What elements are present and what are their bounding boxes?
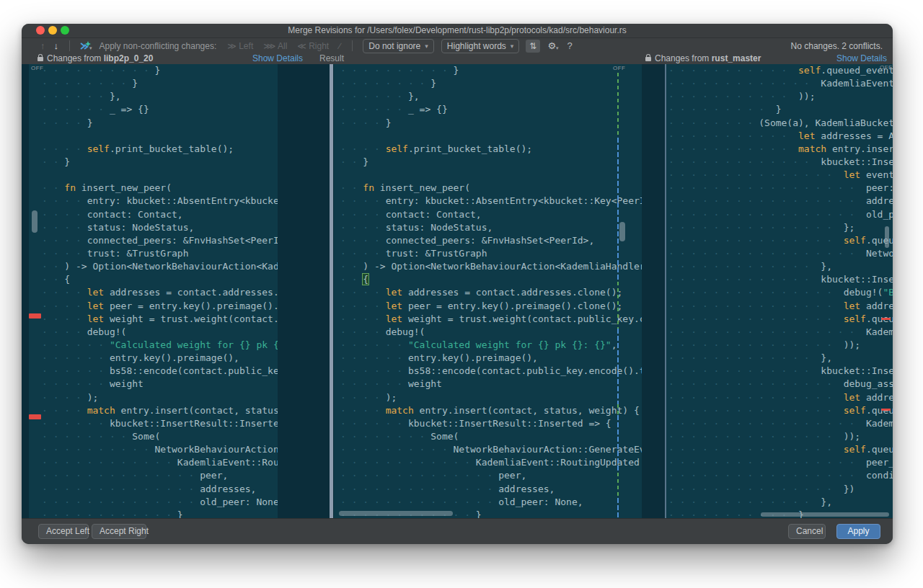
code-line: · · · · · · weight (340, 378, 642, 391)
merge-editor-area: · · · · · · · · · · }· · · · · · · · }· … (22, 64, 893, 518)
left-pane-title: Changes from libp2p_0_20 (37, 53, 153, 64)
conflict-status-text: No changes. 2 conflicts. (791, 41, 893, 51)
code-line: · · · · · · · · (Some(a), KademliaBucket… (668, 117, 893, 130)
right-code: · · · · · · · · · · · self.queued_events… (666, 64, 893, 518)
code-line: · · · · · · · · · · · · · · · }) (668, 483, 893, 496)
code-line: · · · · · · "Calculated weight for {} pk… (42, 339, 278, 352)
code-line: · · · · · · · · · · · self.queued_events… (668, 64, 893, 77)
code-line: · · · · · · · · · · · · · · · self.queue… (668, 443, 893, 456)
code-line: · · · · self.print_bucket_table(); (42, 143, 278, 156)
code-line: · · · · · · · · · · · · · }, (668, 496, 893, 509)
code-line: · · · · · · · · · · · )); (668, 90, 893, 103)
left-revision-editor[interactable]: · · · · · · · · · · }· · · · · · · · }· … (29, 64, 278, 518)
code-line: · · · · · · · · · · · · · · · · · Kademl… (668, 417, 893, 430)
code-line: · · · · · · · · · · · · · · · · · old_pe… (668, 208, 893, 221)
help-button[interactable]: ? (568, 40, 573, 51)
result-editor[interactable]: · · · · · · · · · · }· · · · · · · · }· … (334, 64, 642, 518)
collapse-unchanged-icon[interactable]: ⇅ (526, 40, 540, 53)
code-line: · · { (42, 273, 278, 286)
toolbar-separator (69, 40, 70, 51)
soft-wrap-indicator: OFF (613, 65, 626, 71)
code-line: · · } (340, 156, 642, 169)
code-line: · · · · · · · · · · · · · · addresses, (42, 483, 278, 496)
apply-left-action[interactable]: ≫ Left (227, 41, 253, 51)
window-title: Merge Revisions for /Users/folex/Develop… (22, 24, 893, 37)
code-line: · · · · · · · · · · · · } (42, 509, 278, 518)
code-line: · · · · · · · · · · } (340, 64, 642, 77)
code-line: · · · · · · · · · · · · · }, (668, 260, 893, 273)
code-line: · · · · · · · · Some( (340, 430, 642, 443)
code-line: · · · · · · · · · · · · · · · let addres… (668, 300, 893, 313)
settings-gear-icon[interactable]: ⚙ (547, 40, 558, 51)
code-line: · · · · · · · · · · · · · · peer, (42, 469, 278, 482)
code-line (340, 130, 642, 143)
previous-change-button[interactable]: ↑ (36, 40, 50, 51)
code-line: · · · · · · · · · · · · · · old_peer: No… (42, 496, 278, 509)
code-line: · · · · · · · · } (340, 77, 642, 90)
cancel-button[interactable]: Cancel (788, 524, 826, 539)
code-line: · · · · contact: Contact, (340, 208, 642, 221)
read-only-lock-icon (37, 57, 43, 61)
soft-wrap-indicator: OFF (880, 64, 893, 71)
code-line: · · · · · · · · · · · · · kbucket::Inser… (668, 365, 893, 378)
code-line: · · · · · · kbucket::InsertResult::Inser… (42, 417, 278, 430)
conflict-marker (29, 313, 41, 318)
code-line: · · · · self.print_bucket_table(); (340, 143, 642, 156)
code-line: · · · · · · entry.key().preimage(), (42, 352, 278, 365)
code-line: · · · · · · · · · · · · · kbucket::Inser… (668, 156, 893, 169)
change-strike-marker (881, 409, 891, 411)
pane-splitter[interactable] (330, 64, 333, 518)
code-line: · · { (340, 273, 642, 286)
code-line: · · · · · · bs58::encode(contact.public_… (42, 365, 278, 378)
code-line: · · · · · · bs58::encode(contact.public_… (340, 365, 642, 378)
code-line: · · · · · · · · · · · · · · · )); (668, 430, 893, 443)
apply-all-action[interactable]: ⋙ All (263, 41, 287, 51)
accept-left-button[interactable]: Accept Left (38, 524, 89, 539)
code-line: · · · · · · · · · · · · · · peer, (340, 469, 642, 482)
accept-right-button[interactable]: Accept Right (92, 524, 146, 539)
code-line: · · · · let addresses = contact.addresse… (340, 286, 642, 299)
right-show-details-link[interactable]: Show Details (836, 53, 887, 64)
code-line: · · · · · · kbucket::InsertResult::Inser… (340, 417, 642, 430)
code-line: · · · · · · · · · · · · · · · )); (668, 339, 893, 352)
code-line (42, 130, 278, 143)
code-line: · · · · entry: kbucket::AbsentEntry<kbuc… (42, 195, 278, 208)
code-line: · · · · · · · · · · · · · · · let addres… (668, 391, 893, 404)
highlight-mode-dropdown[interactable]: Highlight words (441, 39, 520, 53)
right-vertical-scrollbar-thumb[interactable] (885, 226, 889, 248)
code-line: · · · · trust: &TrustGraph (340, 247, 642, 260)
code-line: · · · · · · · · · · · · · · · debug_asse… (668, 378, 893, 391)
code-line: · · · · entry: kbucket::AbsentEntry<kbuc… (340, 195, 642, 208)
magic-resolve-icon[interactable]: ▾ (79, 41, 92, 51)
toolbar-separator (352, 40, 353, 51)
right-revision-editor[interactable]: · · · · · · · · · · · self.queued_events… (666, 64, 893, 518)
center-vertical-scrollbar-thumb[interactable] (619, 222, 625, 241)
code-line: · · · · debug!( (340, 326, 642, 339)
apply-right-action[interactable]: ≪ Right (297, 41, 329, 51)
code-line: · · · · · · · · · · · · · · · · · peer_i… (668, 456, 893, 469)
ignore-policy-dropdown[interactable]: Do not ignore (363, 39, 434, 53)
code-line: · · } (42, 156, 278, 169)
resolve-simple-conflicts-icon[interactable]: ∕ (339, 41, 340, 51)
code-line: · · · · · · · · · · · · · · · }; (668, 221, 893, 234)
conflict-marker (29, 414, 41, 419)
code-line: · · · · · · entry.key().preimage(), (340, 352, 642, 365)
center-horizontal-scrollbar-thumb[interactable] (339, 511, 453, 516)
code-line: · · · · connected_peers: &FnvHashSet<Pee… (340, 234, 642, 247)
code-line: · · · · let addresses = contact.addresse… (42, 286, 278, 299)
apply-button[interactable]: Apply (836, 524, 880, 539)
code-line: · · · · · · · · · · · · · · · · · Networ… (668, 247, 893, 260)
left-vertical-scrollbar-thumb[interactable] (32, 210, 37, 233)
code-line: · · · · · · · · · · NetworkBehaviourActi… (340, 443, 642, 456)
code-line: · · · · · · · · · · · · · · · · · addres… (668, 195, 893, 208)
next-change-button[interactable]: ↓ (50, 40, 63, 51)
code-line: · · · · · · · · · · · · · · · · · peer: … (668, 182, 893, 195)
code-line: · · fn insert_new_peer( (42, 182, 278, 195)
code-line: · · · · · · · · · · NetworkBehaviourActi… (42, 443, 278, 456)
right-horizontal-scrollbar-thumb[interactable] (761, 512, 889, 517)
code-line: · · · · · · · · · · · · · · · self.queue… (668, 234, 893, 247)
soft-wrap-indicator: OFF (31, 65, 44, 71)
diff-toolbar: ↑ ↓ ▾ Apply non-conflicting changes: ≫ L… (22, 38, 893, 53)
screenshot-stage: Merge Revisions for /Users/folex/Develop… (0, 0, 923, 588)
left-show-details-link[interactable]: Show Details (252, 53, 303, 64)
